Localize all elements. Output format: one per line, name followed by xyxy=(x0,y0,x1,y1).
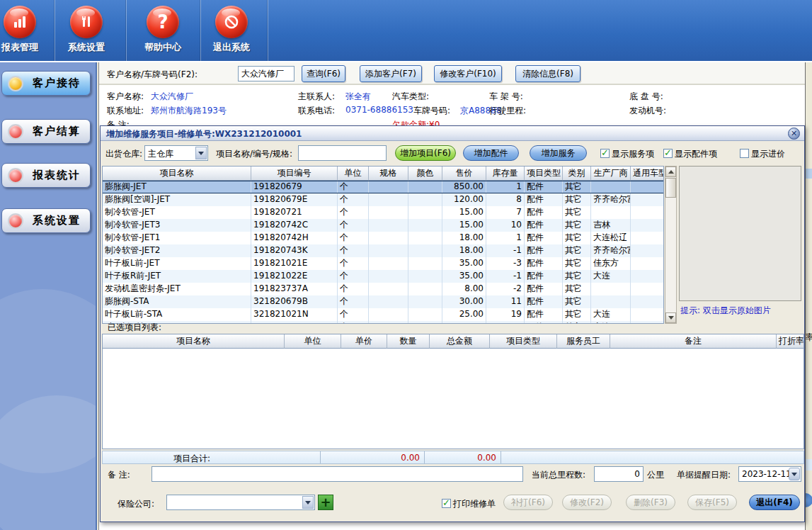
table-row[interactable]: 制冷软管-JET2191820743K个18.00-1配件其它齐齐哈尔富尔 xyxy=(103,244,664,257)
products-table-body[interactable]: 膨胀阀-JET191820679个850.001配件其它膨胀阀[空调]-JET1… xyxy=(103,181,663,324)
column-header[interactable]: 类别 xyxy=(563,167,591,181)
table-cell: 配件 xyxy=(525,321,563,324)
mileage-label: 当前总里程数: xyxy=(532,469,585,481)
table-cell: 配件 xyxy=(525,181,563,193)
checkbox-icon[interactable] xyxy=(442,499,451,508)
sidebar-item-customer-settlement[interactable]: 客户结算 xyxy=(1,119,91,144)
reprint-button[interactable]: 补打(F6) xyxy=(503,495,553,510)
column-header[interactable]: 颜色 xyxy=(408,167,442,181)
column-header[interactable]: 单位 xyxy=(285,334,341,349)
scroll-up-icon[interactable] xyxy=(665,167,676,177)
dialog-remark-input[interactable] xyxy=(151,466,523,482)
column-header[interactable]: 备注 xyxy=(610,334,777,349)
table-row[interactable]: 发动机盖密封条-JET191823737A个8.00-2配件其它 xyxy=(103,283,664,295)
query-button[interactable]: 查询(F6) xyxy=(302,65,345,82)
table-cell xyxy=(408,219,442,232)
column-header[interactable]: 通用车型 xyxy=(631,167,664,181)
products-table-scrollbar[interactable] xyxy=(665,166,677,324)
dialog-titlebar[interactable]: 增加维修服务项目-维修单号:WX231212010001 ✕ xyxy=(101,126,804,141)
table-cell: 8.00 xyxy=(442,283,486,295)
insurance-select[interactable] xyxy=(166,495,315,510)
chevron-down-icon[interactable] xyxy=(789,468,800,480)
close-icon[interactable]: ✕ xyxy=(788,128,800,140)
sidebar-item-customer-reception[interactable]: 客户接待 xyxy=(1,71,91,96)
table-row[interactable]: 制冷软管-JET3191820742C个15.0010配件其它吉林 xyxy=(103,219,664,232)
table-cell: 膨胀阀-STA xyxy=(103,295,251,308)
mileage-input[interactable] xyxy=(594,466,644,482)
selected-items-body[interactable] xyxy=(103,349,804,449)
table-row[interactable]: 膨胀阀-JET191820679个850.001配件其它 xyxy=(103,181,664,193)
table-row[interactable]: 制冷软管-JET191820721个15.007配件其它 xyxy=(103,206,664,219)
car-type-label: 汽车类型: xyxy=(392,91,429,103)
remind-date-select[interactable]: 2023-12-11 xyxy=(738,466,801,482)
checkbox-icon[interactable] xyxy=(663,149,673,158)
column-header[interactable]: 项目类型 xyxy=(525,167,563,181)
scroll-down-icon[interactable] xyxy=(665,312,676,323)
sidebar-item-report-statistics[interactable]: 报表统计 xyxy=(1,163,91,188)
modify-button[interactable]: 修改(F2) xyxy=(562,495,612,510)
table-cell xyxy=(369,295,408,308)
table-row[interactable]: 叶子板R前-JET191821022E个35.00-1配件其它大连 xyxy=(103,270,664,283)
sidebar-item-label: 报表统计 xyxy=(23,169,90,182)
toolbar-item-exit[interactable]: 退出系统 xyxy=(196,4,267,60)
table-row[interactable]: 叶子板R前-STA321821022N个25.0019配件其它大连 xyxy=(103,321,664,324)
table-cell xyxy=(369,321,408,324)
toolbar-item-help[interactable]: ? 帮助中心 xyxy=(127,4,198,60)
table-row[interactable]: 叶子板L前-JET191821021E个35.00-3配件其它佳东方 xyxy=(103,257,664,270)
column-header[interactable]: 单价 xyxy=(341,334,387,349)
scrollbar-thumb[interactable] xyxy=(665,178,676,198)
column-header[interactable]: 服务员工 xyxy=(557,334,610,349)
column-header[interactable]: 生产厂商 xyxy=(591,167,631,181)
image-preview-panel[interactable] xyxy=(679,166,801,301)
save-button[interactable]: 保存(F5) xyxy=(687,495,737,510)
column-header[interactable]: 总金额 xyxy=(430,334,490,349)
help-icon: ? xyxy=(147,6,179,38)
column-header[interactable]: 售价 xyxy=(442,167,486,181)
column-header[interactable]: 打折率 xyxy=(777,334,804,349)
sidebar-item-system-settings[interactable]: 系统设置 xyxy=(1,208,91,233)
background-fragment xyxy=(806,493,812,507)
show-parts-checkbox[interactable]: 显示配件项 xyxy=(663,148,717,160)
add-part-button[interactable]: 增加配件 xyxy=(463,145,519,161)
table-cell: 个 xyxy=(338,206,369,219)
table-row[interactable]: 叶子板L前-STA321821021N个25.0019配件其它大连 xyxy=(103,308,664,321)
column-header[interactable]: 项目编号 xyxy=(251,167,338,181)
table-row[interactable]: 膨胀阀-STA321820679B个30.0011配件其它 xyxy=(103,295,664,308)
column-header[interactable]: 库存量 xyxy=(486,167,525,181)
customer-search-input[interactable] xyxy=(238,66,295,81)
warehouse-select[interactable]: 主仓库 xyxy=(144,145,208,161)
show-service-checkbox[interactable]: 显示服务项 xyxy=(600,148,654,160)
add-service-button[interactable]: 增加服务 xyxy=(530,145,587,161)
column-header[interactable]: 数量 xyxy=(387,334,430,349)
chassis-no-label: 底 盘 号: xyxy=(629,91,663,103)
column-header[interactable]: 项目类型 xyxy=(490,334,557,349)
toolbar-item-reports[interactable]: 报表管理 xyxy=(0,4,55,60)
edit-customer-button[interactable]: 修改客户(F10) xyxy=(434,65,502,82)
print-order-checkbox[interactable]: 打印维修单 xyxy=(442,498,496,510)
exit-button[interactable]: 退出(F4) xyxy=(749,495,800,510)
add-insurance-button[interactable]: + xyxy=(318,495,333,510)
item-search-input[interactable] xyxy=(298,145,387,161)
table-cell: 个 xyxy=(338,321,369,324)
chevron-down-icon[interactable] xyxy=(195,147,207,159)
chevron-down-icon[interactable] xyxy=(302,496,314,509)
column-header[interactable]: 规格 xyxy=(369,167,408,181)
table-row[interactable]: 制冷软管-JET1191820742H个18.001配件其它大连松辽 xyxy=(103,232,664,244)
orb-icon xyxy=(8,124,23,140)
table-cell: 25.00 xyxy=(442,321,486,324)
checkbox-icon[interactable] xyxy=(600,149,610,158)
table-cell: 大连 xyxy=(591,321,631,324)
add-item-button[interactable]: 增加项目(F6) xyxy=(395,145,456,161)
column-header[interactable]: 项目名称 xyxy=(103,334,285,349)
table-row[interactable]: 膨胀阀[空调]-JET191820679E个120.008配件其它齐齐哈尔富尔 xyxy=(103,193,664,206)
checkbox-icon[interactable] xyxy=(740,149,749,158)
column-header[interactable]: 项目名称 xyxy=(103,167,251,181)
image-hint-text: 提示: 双击显示原始图片 xyxy=(680,305,802,317)
delete-button[interactable]: 删除(F3) xyxy=(626,495,675,510)
show-cost-checkbox[interactable]: 显示进价 xyxy=(740,148,785,160)
column-header[interactable]: 单位 xyxy=(338,167,369,181)
clear-info-button[interactable]: 清除信息(F8) xyxy=(515,65,581,82)
add-customer-button[interactable]: 添加客户(F7) xyxy=(360,65,422,82)
toolbar-item-settings[interactable]: 系统设置 xyxy=(51,4,122,60)
table-cell: 191820679E xyxy=(251,193,338,206)
